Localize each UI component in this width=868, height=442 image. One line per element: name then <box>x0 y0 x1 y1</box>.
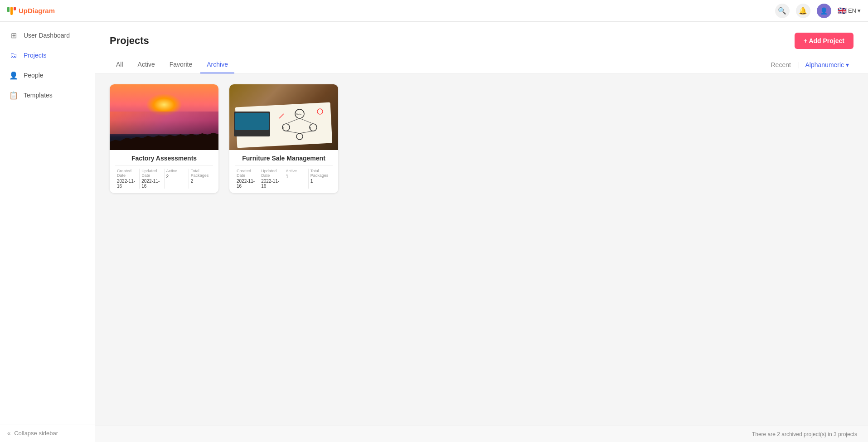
chevron-left-icon: « <box>7 430 10 437</box>
language-code: EN <box>848 7 856 14</box>
sort-divider: | <box>797 61 799 68</box>
sidebar-item-templates[interactable]: 📋 Templates <box>0 85 95 105</box>
card-meta-factory: Created Date 2022-11-16 Updated Date 202… <box>115 165 213 189</box>
cards-grid: Factory Assessments Created Date 2022-11… <box>110 84 853 193</box>
meta-updated-furniture: Updated Date 2022-11-16 <box>259 169 284 189</box>
meta-created-furniture: Created Date 2022-11-16 <box>235 169 259 189</box>
svg-point-3 <box>296 133 303 140</box>
sidebar-item-projects[interactable]: 🗂 Projects <box>0 45 95 65</box>
svg-line-12 <box>279 114 284 118</box>
project-card-furniture-sale[interactable]: Node A B Furniture Sale Management <box>229 84 338 193</box>
people-icon: 👤 <box>9 71 18 80</box>
meta-active-label: Active <box>166 169 187 173</box>
user-avatar[interactable]: 👤 <box>817 4 831 18</box>
meta-updated-value: 2022-11-16 <box>141 179 162 189</box>
svg-line-5 <box>300 118 313 124</box>
card-title-factory: Factory Assessments <box>115 155 213 162</box>
main-content: Projects + Add Project All Active Favori… <box>95 22 868 442</box>
meta-created-label: Created Date <box>117 169 137 178</box>
sidebar-label-user-dashboard: User Dashboard <box>24 32 70 39</box>
meta-packages-label-f: Total Packages <box>310 169 331 178</box>
meta-active-furniture: Active 1 <box>284 169 309 189</box>
svg-line-4 <box>286 118 300 124</box>
sort-alphanumeric[interactable]: Alphanumeric ▾ <box>801 58 854 71</box>
svg-text:B: B <box>310 126 311 129</box>
meta-updated-label: Updated Date <box>141 169 162 178</box>
svg-line-7 <box>300 131 313 133</box>
sidebar-label-projects: Projects <box>24 52 47 59</box>
cards-area: Factory Assessments Created Date 2022-11… <box>95 73 868 442</box>
navbar-right: 🔍 🔔 👤 🇬🇧 EN ▾ <box>775 4 861 18</box>
logo-text: UpDiagram <box>19 7 55 15</box>
collapse-label: Collapse sidebar <box>14 430 58 437</box>
main-layout: ⊞ User Dashboard 🗂 Projects 👤 People 📋 T… <box>0 22 868 442</box>
filter-tabs: All Active Favorite Archive <box>110 56 234 73</box>
svg-text:Node: Node <box>296 113 301 116</box>
meta-packages-value-f: 1 <box>310 179 331 184</box>
sidebar-item-user-dashboard[interactable]: ⊞ User Dashboard <box>0 25 95 45</box>
navbar: UpDiagram 🔍 🔔 👤 🇬🇧 EN ▾ <box>0 0 868 22</box>
meta-created-value-f: 2022-11-16 <box>237 179 257 189</box>
add-project-button[interactable]: + Add Project <box>795 33 853 49</box>
page-title: Projects <box>110 35 149 47</box>
language-selector[interactable]: 🇬🇧 EN ▾ <box>838 6 861 15</box>
content-header: Projects + Add Project <box>95 22 868 56</box>
card-image-furniture: Node A B <box>229 84 338 150</box>
status-message: There are 2 archived project(s) in 3 pro… <box>752 431 857 437</box>
meta-active-value-f: 1 <box>286 174 306 179</box>
card-info-factory: Factory Assessments Created Date 2022-11… <box>110 150 218 193</box>
sidebar-item-people[interactable]: 👤 People <box>0 65 95 85</box>
chevron-down-icon: ▾ <box>858 7 861 14</box>
app-logo[interactable]: UpDiagram <box>7 7 55 15</box>
card-title-furniture: Furniture Sale Management <box>235 155 333 162</box>
meta-created-label-f: Created Date <box>237 169 257 178</box>
search-button[interactable]: 🔍 <box>775 4 790 18</box>
sidebar: ⊞ User Dashboard 🗂 Projects 👤 People 📋 T… <box>0 22 95 442</box>
meta-created-value: 2022-11-16 <box>117 179 137 189</box>
tab-archive[interactable]: Archive <box>200 56 234 73</box>
status-bar: There are 2 archived project(s) in 3 pro… <box>95 426 868 442</box>
sort-alphanumeric-label: Alphanumeric <box>805 61 844 68</box>
project-card-factory-assessments[interactable]: Factory Assessments Created Date 2022-11… <box>110 84 218 193</box>
tab-active[interactable]: Active <box>131 56 161 73</box>
templates-icon: 📋 <box>9 91 18 100</box>
sidebar-label-people: People <box>24 72 44 79</box>
card-meta-furniture: Created Date 2022-11-16 Updated Date 202… <box>235 165 333 189</box>
workspace-diagram: Node A B <box>272 105 336 141</box>
dashboard-icon: ⊞ <box>9 31 18 40</box>
svg-line-6 <box>286 131 300 133</box>
meta-updated-factory: Updated Date 2022-11-16 <box>140 169 164 189</box>
meta-active-label-f: Active <box>286 169 306 173</box>
meta-active-factory: Active 2 <box>165 169 189 189</box>
flag-icon: 🇬🇧 <box>838 6 847 15</box>
meta-active-value: 2 <box>166 174 187 179</box>
meta-packages-label: Total Packages <box>191 169 211 178</box>
meta-updated-label-f: Updated Date <box>261 169 281 178</box>
filter-bar: All Active Favorite Archive Recent | Alp… <box>95 56 868 73</box>
sidebar-label-templates: Templates <box>24 92 53 99</box>
sidebar-nav: ⊞ User Dashboard 🗂 Projects 👤 People 📋 T… <box>0 22 95 424</box>
sort-chevron-icon: ▾ <box>846 61 849 68</box>
meta-packages-furniture: Total Packages 1 <box>309 169 333 189</box>
meta-updated-value-f: 2022-11-16 <box>261 179 281 189</box>
projects-icon: 🗂 <box>9 51 18 60</box>
collapse-sidebar[interactable]: « Collapse sidebar <box>0 424 95 442</box>
logo-icon <box>7 7 16 15</box>
sort-controls: Recent | Alphanumeric ▾ <box>766 58 854 71</box>
card-image-factory-assessments <box>110 84 218 150</box>
svg-point-11 <box>317 109 323 114</box>
tab-favorite[interactable]: Favorite <box>163 56 199 73</box>
meta-packages-value: 2 <box>191 179 211 184</box>
svg-text:A: A <box>282 126 284 129</box>
meta-packages-factory: Total Packages 2 <box>189 169 213 189</box>
notifications-button[interactable]: 🔔 <box>796 4 810 18</box>
tab-all[interactable]: All <box>110 56 130 73</box>
sort-recent[interactable]: Recent <box>766 58 795 71</box>
meta-created-factory: Created Date 2022-11-16 <box>115 169 140 189</box>
card-info-furniture: Furniture Sale Management Created Date 2… <box>229 150 338 193</box>
